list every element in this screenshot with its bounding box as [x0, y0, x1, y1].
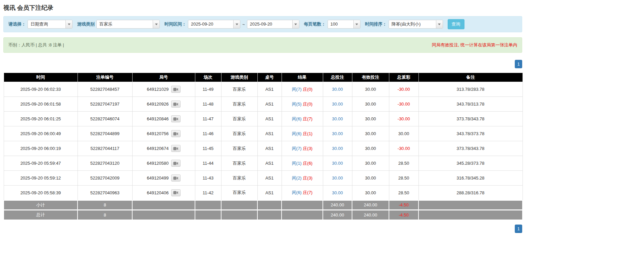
time-range-label: 时间区间：: [164, 21, 186, 27]
empty-cell: [282, 200, 323, 210]
column-header-3: 局号: [132, 73, 195, 82]
query-type-combobox[interactable]: 日期查询: [28, 20, 72, 29]
result-banker: 庄(7): [303, 190, 312, 195]
cell-table-no: AS1: [257, 186, 282, 200]
date-from-value[interactable]: 2025-09-20: [188, 20, 233, 28]
chevron-down-icon: [438, 24, 441, 25]
cell-valid-bet: 30.00: [352, 156, 389, 171]
total-bet-link[interactable]: 30.00: [332, 175, 343, 181]
video-replay-button[interactable]: [171, 101, 181, 108]
table-row: 2025-09-20 05:59:47522827043120649120580…: [4, 156, 523, 171]
game-type-combobox[interactable]: 百家乐: [96, 20, 160, 29]
cell-total-bet: 30.00: [323, 171, 352, 186]
total-valid-bet: 240.00: [352, 210, 389, 220]
result-banker: 庄(7): [303, 116, 312, 121]
date-to-picker[interactable]: 2025-09-20: [247, 20, 299, 29]
page-container: 视讯 会员下注纪录 请选择： 日期查询 游戏类别 百家乐 时间区间： 2025-…: [3, 0, 522, 233]
select-type-label: 请选择：: [8, 21, 26, 27]
video-replay-button[interactable]: [171, 160, 181, 167]
cell-valid-bet: 30.00: [352, 126, 389, 141]
empty-cell: [195, 200, 221, 210]
result-banker: 庄(3): [303, 146, 312, 151]
video-replay-button[interactable]: [171, 189, 181, 196]
table-row: 2025-09-20 06:00:49522827044899649120756…: [4, 126, 523, 141]
result-banker: 庄(6): [303, 161, 312, 166]
empty-cell: [132, 200, 195, 210]
column-header-11: 备注: [418, 73, 523, 82]
cell-table-no: AS1: [257, 97, 282, 112]
video-replay-button[interactable]: [171, 145, 181, 152]
cell-payout: -30.00: [389, 97, 418, 112]
pagination-page-1[interactable]: 1: [515, 60, 522, 68]
cell-result: 闲(1) 庄(6): [282, 156, 323, 171]
subtotal-total-bet: 240.00: [323, 200, 352, 210]
cell-table-no: AS1: [257, 112, 282, 126]
game-type-label: 游戏类别: [77, 21, 95, 27]
currency-total-summary: 币别：人民币 | 总共 :8 注单 |: [8, 42, 64, 48]
result-player: 闲(5): [292, 102, 302, 107]
result-player: 闲(1): [292, 161, 302, 166]
result-player: 闲(7): [292, 87, 302, 92]
cell-game-type: 百家乐: [221, 171, 257, 186]
round-id-value: 649120846: [147, 116, 168, 121]
cell-total-bet: 30.00: [323, 82, 352, 97]
video-replay-button[interactable]: [171, 86, 181, 93]
video-replay-button[interactable]: [171, 115, 181, 122]
date-to-dropdown-button[interactable]: [292, 20, 299, 28]
cell-game-type: 百家乐: [221, 156, 257, 171]
page-size-combobox[interactable]: 100: [328, 20, 360, 29]
cell-result: 闲(6) 庄(7): [282, 112, 323, 126]
chevron-down-icon: [155, 24, 158, 25]
total-bet-link[interactable]: 30.00: [332, 87, 343, 92]
table-row: 2025-09-20 06:02:33522827048457649121029…: [4, 82, 523, 97]
date-from-dropdown-button[interactable]: [233, 20, 240, 28]
cell-total-bet: 30.00: [323, 141, 352, 156]
sort-order-value[interactable]: 降幂(由大到小): [389, 20, 436, 28]
table-header-row: 时间注单编号局号场次游戏类别桌号结果总投注有效投注总派彩备注: [4, 73, 523, 82]
cell-round-id: 649121029: [132, 82, 195, 97]
total-bet-link[interactable]: 30.00: [332, 161, 343, 166]
date-from-picker[interactable]: 2025-09-20: [188, 20, 240, 29]
column-header-8: 总投注: [323, 73, 352, 82]
page-size-dropdown-button[interactable]: [353, 20, 360, 28]
total-bet-link[interactable]: 30.00: [332, 190, 343, 195]
cell-result: 闲(5) 庄(0): [282, 97, 323, 112]
column-header-7: 结果: [282, 73, 323, 82]
cell-time: 2025-09-20 06:00:19: [4, 141, 78, 156]
game-type-dropdown-button[interactable]: [153, 20, 159, 28]
sort-order-dropdown-button[interactable]: [436, 20, 443, 28]
cell-round-id: 649120580: [132, 156, 195, 171]
total-bet-link[interactable]: 30.00: [332, 131, 343, 136]
query-type-dropdown-button[interactable]: [65, 20, 72, 28]
pagination-top: 1: [3, 60, 522, 68]
cell-valid-bet: 30.00: [352, 112, 389, 126]
result-banker: 庄(3): [303, 175, 312, 181]
page-title: 视讯 会员下注纪录: [3, 0, 522, 16]
cell-note: 343.78/313.78: [418, 97, 523, 112]
query-type-value[interactable]: 日期查询: [28, 20, 65, 28]
game-type-value[interactable]: 百家乐: [97, 20, 153, 28]
cell-result: 闲(6) 庄(1): [282, 126, 323, 141]
column-header-10: 总派彩: [389, 73, 418, 82]
result-player: 闲(6): [292, 116, 302, 121]
cell-session: 11-42: [195, 186, 221, 200]
total-bet-link[interactable]: 30.00: [332, 146, 343, 151]
valid-bet-notice: 同局有效投注, 统一计算在该局第一张注单内: [432, 42, 517, 48]
cell-session: 11-45: [195, 141, 221, 156]
table-row: 2025-09-20 06:00:19522827044117649120674…: [4, 141, 523, 156]
sort-order-combobox[interactable]: 降幂(由大到小): [389, 20, 443, 29]
video-camera-icon: [173, 161, 178, 165]
search-button[interactable]: 查询: [448, 19, 464, 29]
date-to-value[interactable]: 2025-09-20: [247, 20, 292, 28]
total-bet-link[interactable]: 30.00: [332, 116, 343, 121]
total-bet-link[interactable]: 30.00: [332, 102, 343, 107]
chevron-down-icon: [236, 24, 238, 25]
video-replay-button[interactable]: [171, 174, 181, 182]
video-camera-icon: [173, 102, 178, 106]
pagination-page-1[interactable]: 1: [515, 225, 522, 233]
cell-bet-id: 522827044117: [78, 141, 132, 156]
video-camera-icon: [173, 117, 178, 121]
total-payout: -4.50: [389, 210, 418, 220]
page-size-value[interactable]: 100: [328, 20, 353, 28]
video-replay-button[interactable]: [171, 130, 181, 137]
